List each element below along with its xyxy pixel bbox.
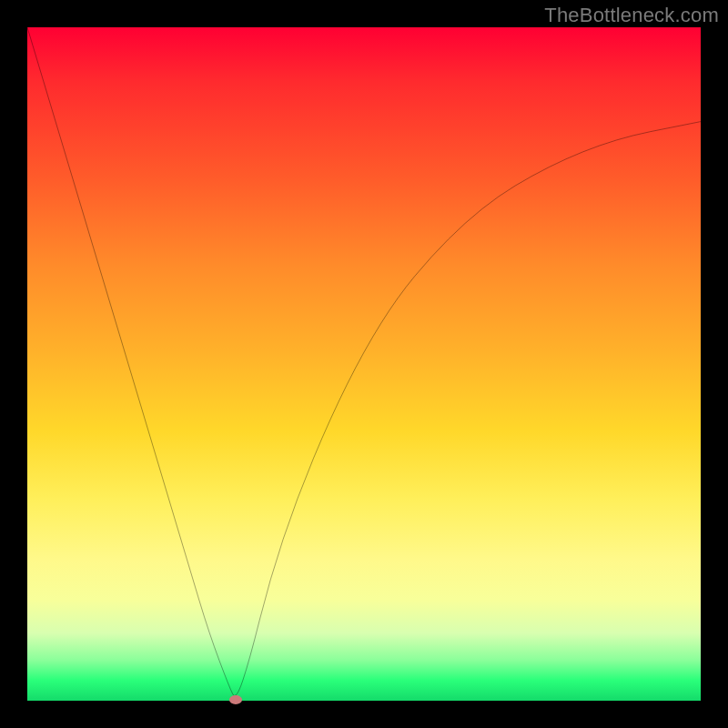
bottleneck-curve — [27, 27, 701, 701]
optimal-point-marker — [229, 695, 242, 704]
chart-frame: TheBottleneck.com — [0, 0, 728, 728]
plot-area — [27, 27, 701, 701]
watermark-text: TheBottleneck.com — [544, 4, 719, 27]
